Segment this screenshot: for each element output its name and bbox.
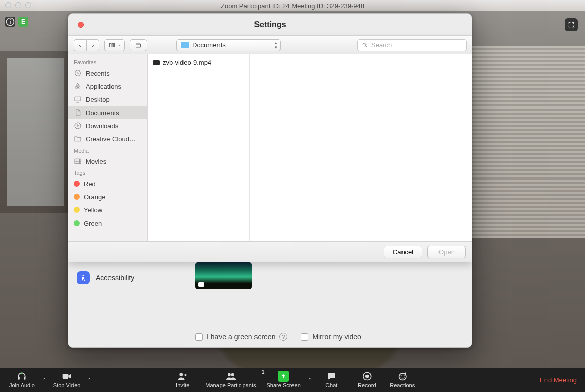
share-icon	[278, 371, 289, 382]
window-title: Zoom Participant ID: 24 Meeting ID: 329-…	[221, 2, 364, 10]
sidebar-item-orange[interactable]: Orange	[68, 190, 147, 203]
sidebar-item-red[interactable]: Red	[68, 177, 147, 190]
camera-icon	[198, 282, 204, 287]
video-caret[interactable]: ⌃	[85, 377, 93, 383]
chevron-updown-icon: ▴▾	[275, 41, 277, 50]
participants-icon	[226, 371, 236, 381]
participant-count: 1	[262, 369, 265, 375]
info-icon[interactable]	[5, 17, 15, 27]
manage-participants-button[interactable]: 1 Manage Participants	[200, 371, 261, 388]
file-toolbar: Documents ▴▾	[68, 36, 472, 54]
location-label: Documents	[192, 41, 226, 49]
sidebar-section-title: Media	[68, 146, 147, 155]
zoom-light[interactable]	[25, 2, 31, 8]
reactions-button[interactable]: Reactions	[385, 371, 420, 388]
settings-header: Settings	[68, 14, 472, 36]
desktop-icon	[74, 95, 82, 103]
headphones-icon	[17, 371, 27, 381]
end-meeting-button[interactable]: End Meeting	[540, 376, 581, 384]
minimize-light[interactable]	[15, 2, 21, 8]
nav-back-button[interactable]	[74, 39, 86, 51]
traffic-lights	[5, 2, 31, 8]
svg-rect-15	[62, 374, 68, 379]
movie-icon	[74, 157, 82, 165]
clock-icon	[74, 69, 82, 77]
invite-icon	[177, 371, 188, 381]
green-screen-checkbox[interactable]: I have a green screen ?	[195, 333, 287, 341]
mirror-label: Mirror my video	[312, 333, 361, 341]
search-field[interactable]	[357, 39, 467, 51]
sidebar-item-desktop[interactable]: Desktop	[68, 93, 147, 106]
video-icon	[62, 371, 72, 381]
help-icon[interactable]: ?	[279, 333, 287, 341]
encryption-badge[interactable]: E	[18, 17, 28, 27]
file-open-sheet: Documents ▴▾ FavoritesRecentsApplication…	[68, 36, 472, 262]
sidebar-item-recents[interactable]: Recents	[68, 66, 147, 80]
cancel-button[interactable]: Cancel	[384, 246, 422, 258]
tag-dot-icon	[74, 207, 80, 213]
chat-button[interactable]: Chat	[314, 371, 349, 388]
accessibility-icon	[77, 271, 90, 284]
nav-forward-button[interactable]	[86, 39, 99, 51]
svg-rect-3	[110, 43, 111, 47]
svg-point-22	[400, 375, 401, 376]
view-mode-button[interactable]	[104, 39, 125, 51]
settings-window: Settings Documents ▴▾	[68, 13, 472, 348]
close-light[interactable]	[5, 2, 11, 8]
location-dropdown[interactable]: Documents ▴▾	[176, 39, 281, 51]
macos-titlebar: Zoom Participant ID: 24 Meeting ID: 329-…	[0, 0, 585, 11]
finder-sidebar: FavoritesRecentsApplicationsDesktopDocum…	[68, 54, 148, 241]
mirror-video-checkbox[interactable]: Mirror my video	[301, 333, 361, 341]
file-column[interactable]: zvb-video-9.mp4	[148, 54, 250, 241]
svg-point-21	[399, 373, 406, 380]
preview-column	[250, 54, 472, 241]
zoom-toolbar: Join Audio ⌃ Stop Video ⌃ Invite 1 Manag…	[0, 368, 585, 392]
record-button[interactable]: Record	[349, 371, 385, 388]
file-row[interactable]: zvb-video-9.mp4	[148, 57, 249, 68]
tag-dot-icon	[74, 181, 80, 187]
tag-dot-icon	[74, 194, 80, 200]
stop-video-button[interactable]: Stop Video	[48, 371, 86, 388]
fullscreen-button[interactable]	[565, 18, 578, 31]
svg-rect-13	[18, 377, 20, 380]
sidebar-item-downloads[interactable]: Downloads	[68, 119, 147, 132]
settings-tab-accessibility[interactable]: Accessibility	[75, 267, 176, 289]
svg-point-20	[365, 375, 369, 378]
sidebar-item-yellow[interactable]: Yellow	[68, 203, 147, 217]
virtual-background-thumbnail[interactable]	[195, 262, 252, 289]
sidebar-item-applications[interactable]: Applications	[68, 80, 147, 93]
share-screen-button[interactable]: Share Screen	[262, 371, 306, 388]
svg-point-16	[179, 373, 183, 376]
svg-rect-5	[114, 43, 115, 47]
sidebar-item-documents[interactable]: Documents	[68, 106, 147, 119]
svg-rect-4	[112, 43, 113, 47]
invite-button[interactable]: Invite	[165, 371, 200, 388]
share-caret[interactable]: ⌃	[306, 377, 314, 383]
svg-point-7	[363, 43, 366, 46]
folder-icon	[74, 135, 82, 143]
chat-icon	[326, 371, 337, 381]
settings-title: Settings	[254, 20, 286, 29]
sidebar-section-title: Favorites	[68, 57, 147, 66]
svg-point-12	[83, 275, 84, 276]
sidebar-item-movies[interactable]: Movies	[68, 155, 147, 168]
folder-icon	[181, 42, 189, 48]
search-icon	[362, 42, 368, 48]
green-screen-label: I have a green screen	[207, 333, 275, 341]
sidebar-item-creative-cloud-[interactable]: Creative Cloud…	[68, 132, 147, 146]
audio-caret[interactable]: ⌃	[40, 377, 48, 383]
tag-dot-icon	[74, 220, 80, 226]
sidebar-item-green[interactable]: Green	[68, 217, 147, 230]
svg-rect-2	[10, 19, 11, 20]
apps-icon	[74, 82, 82, 90]
svg-rect-9	[75, 97, 81, 101]
svg-point-17	[228, 373, 231, 376]
group-button[interactable]	[130, 39, 147, 51]
close-button[interactable]	[78, 22, 84, 28]
svg-rect-1	[10, 21, 11, 24]
svg-rect-14	[24, 377, 26, 380]
search-input[interactable]	[371, 41, 462, 49]
open-button[interactable]: Open	[427, 246, 466, 258]
svg-point-23	[403, 375, 404, 376]
join-audio-button[interactable]: Join Audio	[4, 371, 40, 388]
